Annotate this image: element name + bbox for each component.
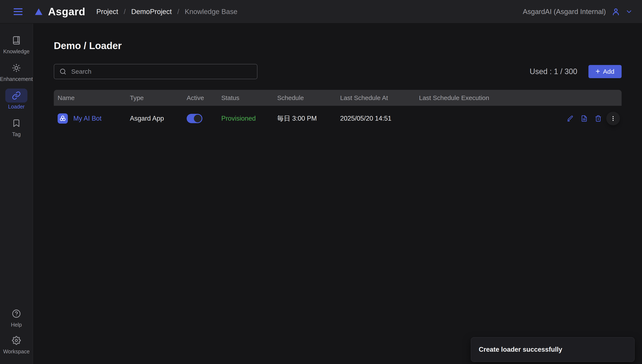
add-button[interactable]: + Add <box>588 65 621 78</box>
plus-icon: + <box>596 68 600 75</box>
edit-button[interactable] <box>564 112 576 124</box>
sidebar-item-enhancement[interactable]: Enhancement <box>0 61 33 82</box>
menu-icon[interactable] <box>14 8 23 15</box>
document-button[interactable] <box>578 112 590 124</box>
column-header-type: Type <box>126 94 183 102</box>
column-header-last-schedule-execution: Last Schedule Execution <box>415 94 555 102</box>
breadcrumb-project[interactable]: Project <box>96 8 118 16</box>
sidebar-main-nav: Knowledge Enhancement Loader <box>0 33 33 138</box>
breadcrumb-separator: / <box>124 8 126 16</box>
gear-icon <box>12 336 21 345</box>
column-header-schedule: Schedule <box>273 94 336 102</box>
usage-counter: Used : 1 / 300 <box>530 67 577 76</box>
app-window: Asgard Project / DemoProject / Knowledge… <box>0 0 642 364</box>
search-input[interactable] <box>71 68 252 76</box>
account-label: AsgardAI (Asgard Internal) <box>523 8 606 16</box>
trash-icon <box>595 115 602 122</box>
sidebar-item-tag[interactable]: Tag <box>0 116 33 138</box>
triangle-logo-icon <box>33 7 44 16</box>
bookmark-icon <box>12 119 21 128</box>
page-title: Demo / Loader <box>54 40 621 52</box>
breadcrumb-knowledge-base: Knowledge Base <box>185 8 237 16</box>
sidebar-footer-nav: Help Workspace <box>0 307 33 355</box>
sun-icon <box>12 64 21 72</box>
link-icon <box>12 91 21 100</box>
brand-logo[interactable]: Asgard <box>33 6 85 18</box>
column-header-active: Active <box>183 94 217 102</box>
loader-name-link[interactable]: My AI Bot <box>73 115 102 122</box>
top-navbar: Asgard Project / DemoProject / Knowledge… <box>0 0 642 23</box>
sidebar: Knowledge Enhancement Loader <box>0 24 33 364</box>
row-actions <box>555 112 621 125</box>
help-icon <box>12 309 21 318</box>
loader-name-cell: My AI Bot <box>54 114 126 124</box>
trefoil-knot-icon <box>59 115 66 122</box>
sidebar-item-workspace[interactable]: Workspace <box>0 334 33 355</box>
brand-name: Asgard <box>48 6 85 18</box>
table-header-row: Name Type Active Status Schedule Last Sc… <box>54 90 621 106</box>
file-text-icon <box>581 115 587 122</box>
account-area: AsgardAI (Asgard Internal) <box>523 7 632 16</box>
delete-button[interactable] <box>592 112 604 124</box>
status-badge: Provisioned <box>217 115 273 122</box>
column-header-last-schedule-at: Last Schedule At <box>336 94 415 102</box>
user-icon[interactable] <box>611 7 620 16</box>
search-box <box>54 64 257 79</box>
sidebar-item-loader[interactable]: Loader <box>0 88 33 110</box>
more-options-button[interactable] <box>606 112 620 125</box>
breadcrumb-demoproject[interactable]: DemoProject <box>131 8 172 16</box>
search-icon <box>59 68 67 75</box>
sidebar-item-knowledge[interactable]: Knowledge <box>0 33 33 54</box>
chevron-down-icon[interactable] <box>626 8 632 15</box>
active-toggle[interactable] <box>187 114 202 123</box>
loader-table: Name Type Active Status Schedule Last Sc… <box>54 90 621 131</box>
toast-notification: Create loader successfully <box>471 337 634 362</box>
active-cell <box>183 114 217 123</box>
kebab-menu-icon <box>610 115 616 122</box>
column-header-name: Name <box>54 94 126 102</box>
asgard-app-icon <box>58 114 68 124</box>
toggle-knob <box>194 115 201 122</box>
schedule-value: 毎日 3:00 PM <box>273 114 336 123</box>
pencil-icon <box>567 115 573 122</box>
sidebar-item-help[interactable]: Help <box>0 307 33 328</box>
column-header-status: Status <box>217 94 273 102</box>
toolbar: Used : 1 / 300 + Add <box>54 64 621 79</box>
last-schedule-at-value: 2025/05/20 14:51 <box>336 115 415 122</box>
main-content: Demo / Loader Used : 1 / 300 + Add Name … <box>33 24 642 364</box>
loader-type: Asgard App <box>126 115 183 122</box>
table-row: My AI Bot Asgard App Provisioned 毎日 3:00… <box>54 106 621 131</box>
toast-message: Create loader successfully <box>479 346 562 354</box>
breadcrumb: Project / DemoProject / Knowledge Base <box>96 8 237 16</box>
book-icon <box>12 36 21 45</box>
breadcrumb-separator: / <box>177 8 179 16</box>
